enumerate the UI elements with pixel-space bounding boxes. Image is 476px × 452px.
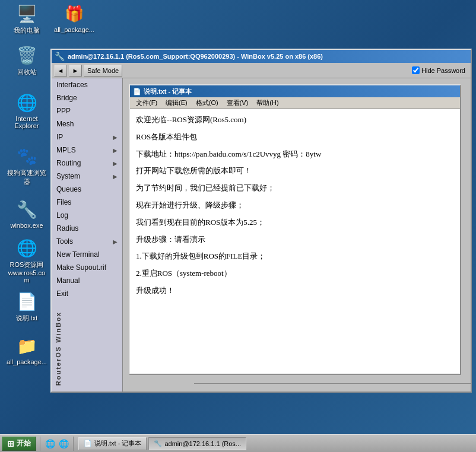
notepad-line8: 升级步骤：请看演示 [136,234,454,246]
chevron-right-icon: ▶ [113,134,118,141]
quick-ie-icon[interactable]: 🌐 [44,438,56,450]
all-packages-label: all_package... [54,26,94,33]
taskbar-notepad-button[interactable]: 📄 说明.txt - 记事本 [78,437,147,450]
hide-password-input[interactable] [412,66,420,74]
sidebar-queues-label: Queues [56,185,81,193]
sidebar-item-new-terminal[interactable]: New Terminal [52,248,122,261]
winbox-main: 📄 说明.txt - 记事本 文件(F) 编辑(E) 格式(O) 查看(V) 帮… [123,78,471,391]
notepad-window: 📄 说明.txt - 记事本 文件(F) 编辑(E) 格式(O) 查看(V) 帮… [129,84,461,375]
sidebar-item-exit[interactable]: Exit [52,287,122,300]
sidebar-item-bridge[interactable]: Bridge [52,91,122,104]
sidebar-item-files[interactable]: Files [52,196,122,209]
desktop-icon-winbox[interactable]: 🔧 winbox.exe [6,199,47,229]
desktop-icon-ros-net[interactable]: 🌐 ROS资源网 www.ros5.com [6,237,47,284]
hide-password-checkbox[interactable]: Hide Password [412,66,465,74]
sidebar-item-tools[interactable]: Tools ▶ [52,235,122,248]
notepad-line1: 欢迎光临--ROS资源网(Ros5.com) [136,114,454,126]
taskbar-winbox-icon: 🔧 [154,440,162,447]
sidebar-ppp-label: PPP [56,107,71,115]
taskbar: ⊞ 开始 🌐 🌐 📄 说明.txt - 记事本 🔧 admin@172.16.1… [0,434,476,452]
sidebar-item-make-supout[interactable]: Make Supout.rif [52,261,122,274]
sidebar-item-system[interactable]: System ▶ [52,170,122,183]
taskbar-buttons: 📄 说明.txt - 记事本 🔧 admin@172.16.1.1 (Ros..… [78,437,246,450]
package-icon: 🎁 [64,3,85,24]
taskbar-notepad-label: 说明.txt - 记事本 [94,439,141,448]
sidebar-item-ppp[interactable]: PPP [52,104,122,117]
ros-net-icon: 🌐 [16,237,37,259]
desktop-icon-recycle-bin[interactable]: 🗑️ 回收站 [6,44,47,77]
sidebar-mpls-label: MPLS [56,146,76,154]
winbox-sidebar: Interfaces Bridge PPP Mesh IP ▶ MPLS ▶ R… [52,78,123,391]
notepad-menubar: 文件(F) 编辑(E) 格式(O) 查看(V) 帮助(H) [130,97,460,109]
sidebar-make-supout-label: Make Supout.rif [56,263,106,272]
desktop-icon-all-packages[interactable]: 🎁 all_package... [53,3,95,33]
back-button[interactable]: ◄ [54,65,67,77]
ros-net-label: ROS资源网 www.ros5.com [6,260,47,284]
sidebar-item-log[interactable]: Log [52,209,122,222]
sidebar-vertical-label: RouterOS WinBox [55,311,62,386]
notepad-line9: 1.下载好的升级包到ROS的FILE目录； [136,250,454,263]
computer-icon: 🖥️ [16,3,37,24]
sidebar-manual-label: Manual [56,276,80,285]
start-button[interactable]: ⊞ 开始 [2,437,36,451]
start-label: 开始 [17,438,31,448]
winbox-scrollbar[interactable] [194,383,471,391]
sougou-icon: 🐾 [16,145,37,167]
notepad-line3: 下载地址：https://pan.baidu.com/s/1c2Uvvyg 密码… [136,148,454,161]
sidebar-item-queues[interactable]: Queues [52,183,122,196]
taskbar-winbox-button[interactable]: 🔧 admin@172.16.1.1 (Ros... [148,437,246,450]
sidebar-item-ip[interactable]: IP ▶ [52,130,122,144]
notepad-line11: 升级成功！ [136,285,454,297]
notepad-line4: 打开网站下载您所需的版本即可！ [136,165,454,177]
sidebar-interfaces-label: Interfaces [56,81,88,89]
notepad-title-text: 说明.txt - 记事本 [144,87,192,96]
shuoming-label: 说明.txt [16,314,38,323]
notepad-title-icon: 📄 [133,88,141,96]
sidebar-new-terminal-label: New Terminal [56,250,99,259]
windows-logo-icon: ⊞ [7,439,14,448]
sidebar-routing-label: Routing [56,159,81,167]
sidebar-item-mesh[interactable]: Mesh [52,117,122,130]
desktop-icon-all-packages2[interactable]: 📁 all_package... [6,335,47,365]
desktop-icon-shuoming[interactable]: 📄 说明.txt [6,291,47,323]
sidebar-item-manual[interactable]: Manual [52,274,122,287]
recycle-icon: 🗑️ [16,44,37,66]
notepad-line5: 为了节约时间，我们已经提前已下载好； [136,182,454,195]
chevron-right-icon-mpls: ▶ [113,147,118,154]
safe-mode-button[interactable]: Safe Mode [84,65,122,77]
desktop-icon-ie[interactable]: 🌐 Internet Explorer [6,92,47,129]
sidebar-tools-label: Tools [56,237,73,246]
forward-button[interactable]: ► [69,65,82,77]
my-computer-label: 我的电脑 [14,26,40,35]
ie-label: Internet Explorer [6,115,47,129]
sidebar-mesh-label: Mesh [56,120,74,128]
sidebar-item-interfaces[interactable]: Interfaces [52,78,122,91]
sidebar-files-label: Files [56,198,71,206]
notepad-line6: 现在开始进行升级、降级步骤； [136,199,454,212]
notepad-menu-file[interactable]: 文件(F) [132,97,161,109]
quick-ie2-icon[interactable]: 🌐 [58,438,69,450]
notepad-menu-format[interactable]: 格式(O) [192,97,222,109]
sidebar-item-radius[interactable]: Radius [52,222,122,235]
sidebar-system-label: System [56,172,80,180]
taskbar-notepad-icon: 📄 [84,440,92,447]
taskbar-quick-launch: 🌐 🌐 [44,438,69,450]
winbox-body: Interfaces Bridge PPP Mesh IP ▶ MPLS ▶ R… [52,78,471,391]
winbox-window: 🔧 admin@172.16.1.1 (Ros5.com_Support:QQ9… [50,49,472,393]
notepad-line10: 2.重启ROS（system-reboot） [136,268,454,280]
winbox-titlebar: 🔧 admin@172.16.1.1 (Ros5.com_Support:QQ9… [52,50,471,63]
sidebar-exit-label: Exit [56,289,68,298]
desktop-icon-sougou[interactable]: 🐾 搜狗高速浏览器 [6,145,47,186]
winbox-toolbar: ◄ ► Safe Mode Hide Password [52,63,471,78]
desktop-icon-my-computer[interactable]: 🖥️ 我的电脑 [6,3,47,35]
hide-password-label: Hide Password [421,67,465,74]
sidebar-bridge-label: Bridge [56,94,77,102]
taskbar-divider-2 [73,437,74,451]
sidebar-item-mpls[interactable]: MPLS ▶ [52,144,122,157]
notepad-menu-edit[interactable]: 编辑(E) [162,97,191,109]
notepad-menu-view[interactable]: 查看(V) [223,97,252,109]
chevron-right-icon-tools: ▶ [113,238,118,245]
notepad-menu-help[interactable]: 帮助(H) [253,97,282,109]
notepad-line7: 我们看到现在目前的ROS版本为5.25； [136,217,454,229]
sidebar-item-routing[interactable]: Routing ▶ [52,157,122,170]
